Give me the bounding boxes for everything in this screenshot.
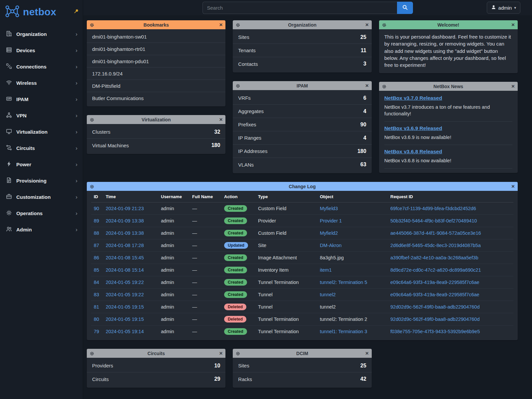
netbox-logo[interactable]: netbox: [0, 0, 83, 25]
changelog-object-link[interactable]: Provider 1: [320, 218, 342, 223]
changelog-id-link[interactable]: 85: [94, 267, 99, 273]
changelog-time-link[interactable]: 2024-01-05 19:14: [106, 329, 144, 334]
widget-config-icon[interactable]: [236, 351, 240, 357]
widget-config-icon[interactable]: [90, 184, 94, 190]
stat-value-link[interactable]: 4: [363, 108, 366, 114]
changelog-object-link[interactable]: item1: [320, 267, 332, 273]
changelog-request-id-link[interactable]: 69fce7cf-1139-4d99-bfea-f3dcbd2452d6: [390, 206, 476, 211]
stat-value-link[interactable]: 3: [363, 61, 366, 67]
bookmark-link[interactable]: 172.16.0.9/24: [87, 67, 225, 80]
sidebar-item-admin[interactable]: Admin ›: [0, 221, 83, 238]
changelog-object-link[interactable]: 8a3gh5.jpg: [320, 255, 344, 260]
widget-config-icon[interactable]: [90, 23, 94, 29]
stat-value-link[interactable]: 25: [360, 34, 366, 40]
widget-config-icon[interactable]: [90, 351, 94, 357]
changelog-id-link[interactable]: 81: [94, 304, 99, 310]
sidebar-item-provisioning[interactable]: Provisioning ›: [0, 173, 83, 189]
bookmark-link[interactable]: dmi01-binghamton-pdu01: [87, 55, 225, 67]
changelog-request-id-link[interactable]: ae445066-387d-44f1-9084-572a05ce3e16: [390, 230, 481, 236]
bookmark-link[interactable]: dmi01-binghamton-rtr01: [87, 43, 225, 55]
news-headline-link[interactable]: NetBox v3.6.9 Released: [384, 125, 442, 131]
stat-value-link[interactable]: 63: [360, 162, 366, 168]
changelog-object-link[interactable]: Myfield2: [320, 230, 338, 236]
sidebar-item-organization[interactable]: Organization ›: [0, 26, 83, 42]
changelog-object-link[interactable]: tunnel2: [320, 304, 336, 310]
changelog-time-link[interactable]: 2024-01-08 15:45: [106, 255, 144, 260]
changelog-id-link[interactable]: 87: [94, 243, 99, 248]
stat-value-link[interactable]: 180: [357, 148, 366, 154]
news-headline-link[interactable]: NetBox v3.6.7 Released: [384, 172, 442, 173]
stat-value-link[interactable]: 42: [360, 376, 366, 382]
changelog-object-link[interactable]: tunnel2: Termination 5: [320, 280, 367, 285]
changelog-id-link[interactable]: 83: [94, 292, 99, 297]
changelog-object-link[interactable]: tunnel2: [320, 292, 336, 297]
changelog-request-id-link[interactable]: f038e755-705e-47f3-9433-5392b9e6b9e5: [390, 329, 480, 334]
stat-value-link[interactable]: 11: [361, 48, 366, 54]
changelog-time-link[interactable]: 2024-01-09 13:38: [106, 218, 144, 223]
stat-value-link[interactable]: 4: [363, 135, 366, 141]
changelog-time-link[interactable]: 2024-01-05 19:22: [106, 280, 144, 285]
changelog-request-id-link[interactable]: 2d6d6e8f-5465-45dc-8ec3-2019d4087b5a: [390, 243, 481, 248]
changelog-request-id-link[interactable]: e09c64a6-93f3-419a-8ea9-229585f7c6ae: [390, 280, 479, 285]
sidebar-item-vpn[interactable]: VPN ›: [0, 107, 83, 124]
changelog-time-link[interactable]: 2024-01-08 15:14: [106, 267, 144, 273]
widget-config-icon[interactable]: [236, 23, 240, 29]
sidebar-item-virtualization[interactable]: Virtualization ›: [0, 124, 83, 140]
changelog-id-link[interactable]: 79: [94, 329, 99, 334]
changelog-id-link[interactable]: 80: [94, 317, 99, 322]
changelog-request-id-link[interactable]: e09c64a6-93f3-419a-8ea9-229585f7c6ae: [390, 292, 479, 297]
close-icon[interactable]: ×: [511, 82, 515, 90]
stat-value-link[interactable]: 29: [214, 376, 220, 382]
stat-value-link[interactable]: 6: [363, 95, 366, 101]
close-icon[interactable]: ×: [219, 116, 222, 123]
changelog-request-id-link[interactable]: a390fbef-2a82-4e10-aa0a-3c268aa5ef3b: [390, 255, 478, 260]
close-icon[interactable]: ×: [365, 21, 369, 29]
sidebar-item-circuits[interactable]: Circuits ›: [0, 140, 83, 156]
changelog-id-link[interactable]: 88: [94, 230, 99, 236]
changelog-request-id-link[interactable]: 92d02d9c-562f-49f0-baa8-adb22904760d: [390, 304, 479, 310]
widget-config-icon[interactable]: [90, 117, 94, 123]
changelog-request-id-link[interactable]: 50b32f40-5464-4f9c-b83f-0ef270489410: [390, 218, 477, 223]
widget-config-icon[interactable]: [382, 84, 386, 90]
bookmark-link[interactable]: Butler Communications: [87, 92, 225, 104]
changelog-id-link[interactable]: 89: [94, 218, 99, 223]
stat-value-link[interactable]: 90: [360, 122, 366, 128]
changelog-time-link[interactable]: 2024-01-05 19:22: [106, 292, 144, 297]
changelog-time-link[interactable]: 2024-01-09 21:23: [106, 206, 144, 211]
sidebar-item-ipam[interactable]: IPAM ›: [0, 91, 83, 107]
bookmark-link[interactable]: dmi01-binghamton-sw01: [87, 31, 225, 43]
stat-value-link[interactable]: 180: [211, 142, 220, 148]
changelog-id-link[interactable]: 90: [94, 206, 99, 211]
changelog-id-link[interactable]: 86: [94, 255, 99, 260]
search-input[interactable]: [202, 2, 397, 14]
changelog-time-link[interactable]: 2024-01-05 19:15: [106, 317, 144, 322]
close-icon[interactable]: ×: [365, 349, 369, 357]
changelog-time-link[interactable]: 2024-01-05 19:15: [106, 304, 144, 310]
close-icon[interactable]: ×: [511, 21, 515, 29]
news-headline-link[interactable]: NetBox v3.6.8 Released: [384, 149, 442, 155]
changelog-id-link[interactable]: 84: [94, 280, 99, 285]
search-button[interactable]: [397, 2, 413, 14]
widget-config-icon[interactable]: [236, 83, 240, 89]
changelog-time-link[interactable]: 2024-01-09 13:38: [106, 230, 144, 236]
news-headline-link[interactable]: NetBox v3.7.0 Released: [384, 95, 442, 101]
sidebar-item-connections[interactable]: Connections ›: [0, 59, 83, 75]
close-icon[interactable]: ×: [511, 183, 515, 190]
stat-value-link[interactable]: 25: [360, 363, 366, 369]
sidebar-pin-icon[interactable]: [74, 9, 79, 15]
sidebar-item-customization[interactable]: Customization ›: [0, 189, 83, 205]
stat-value-link[interactable]: 32: [214, 129, 220, 135]
changelog-object-link[interactable]: Myfield3: [320, 206, 338, 211]
sidebar-item-devices[interactable]: Devices ›: [0, 42, 83, 59]
stat-value-link[interactable]: 10: [214, 363, 220, 369]
changelog-object-link[interactable]: tunnel1: Termination 3: [320, 329, 367, 334]
changelog-time-link[interactable]: 2024-01-08 17:28: [106, 243, 144, 248]
widget-config-icon[interactable]: [382, 23, 386, 29]
changelog-object-link[interactable]: DM-Akron: [320, 243, 341, 248]
bookmark-link[interactable]: DM-Pittsfield: [87, 80, 225, 92]
close-icon[interactable]: ×: [219, 349, 222, 357]
changelog-request-id-link[interactable]: 92d02d9c-562f-49f0-baa8-adb22904760d: [390, 317, 479, 322]
sidebar-item-power[interactable]: Power ›: [0, 156, 83, 173]
close-icon[interactable]: ×: [365, 82, 369, 89]
user-menu[interactable]: admin ▾: [487, 2, 520, 14]
